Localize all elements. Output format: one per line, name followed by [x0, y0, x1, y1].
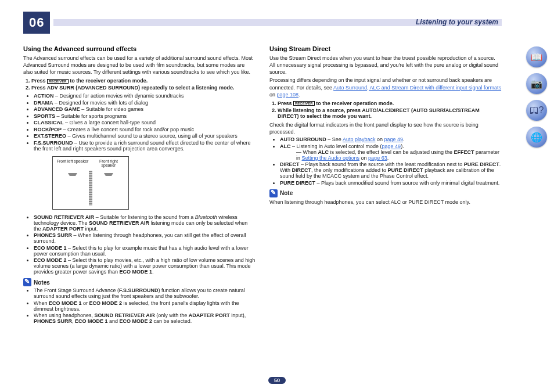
list-item: AUTO SURROUND – See Auto playback on pag… — [280, 136, 502, 142]
chapter-number: 06 — [23, 12, 50, 34]
list-item: DRAMA – Designed for movies with lots of… — [34, 100, 256, 106]
list-item: SOUND RETRIEVER AIR – Suitable for liste… — [34, 214, 256, 232]
list-item: PURE DIRECT – Plays back unmodified soun… — [280, 180, 502, 186]
header-bar: Listening to your system — [53, 19, 502, 26]
link-page-63[interactable]: page 63 — [368, 155, 387, 161]
right-p1: Use the Stream Direct modes when you wan… — [269, 55, 502, 75]
page-number: 50 — [268, 377, 286, 384]
right-heading: Using Stream Direct — [269, 45, 502, 52]
link-auto-playback[interactable]: Auto playback — [343, 136, 376, 142]
list-item: ALC – Listening in Auto level control mo… — [280, 143, 502, 161]
notes-list: The Front Stage Surround Advance (F.S.SU… — [34, 287, 256, 324]
left-column: Using the Advanced surround effects The … — [23, 41, 256, 325]
list-item: The Front Stage Surround Advance (F.S.SU… — [34, 287, 256, 299]
list-item: ROCK/POP – Creates a live concert sound … — [34, 127, 256, 132]
list-item: F.S.SURROUND – Use to provide a rich sur… — [34, 140, 256, 152]
mode-list-2: SOUND RETRIEVER AIR – Suitable for liste… — [34, 214, 256, 275]
receiver-button-label: RECEIVER — [293, 101, 315, 106]
list-item: DIRECT – Plays back sound from the sourc… — [280, 161, 502, 179]
note-icon — [269, 189, 278, 197]
left-step-1: Press RECEIVER to the receiver operation… — [31, 78, 256, 84]
mode-list: ACTION – Designed for action movies with… — [34, 93, 256, 152]
speaker-diagram: Front left speaker Front right speaker — [52, 156, 129, 210]
page-header: 06 Listening to your system — [23, 12, 502, 34]
notes-header: Notes — [23, 278, 256, 286]
right-p3: Check the digital format indicators in t… — [269, 121, 502, 135]
sidebar-nav: 📖 📷 🕮? 🌐 — [526, 46, 547, 148]
list-item: CLASSICAL – Gives a large concert hall-t… — [34, 120, 256, 125]
book-icon[interactable]: 📖 — [526, 46, 547, 67]
right-list: AUTO SURROUND – See Auto playback on pag… — [280, 136, 502, 186]
device-icon[interactable]: 📷 — [526, 73, 547, 94]
left-step-2: Press ADV SURR (ADVANCED SURROUND) repea… — [31, 85, 256, 91]
list-item: When using headphones, SOUND RETRIEVER A… — [34, 312, 256, 324]
note-header: Note — [269, 189, 502, 197]
list-item: ADVANCED GAME – Suitable for video games — [34, 106, 256, 112]
link-page-49b[interactable]: page 49 — [382, 143, 401, 149]
right-note: When listening through headphones, you c… — [269, 199, 502, 206]
header-title: Listening to your system — [416, 18, 498, 26]
receiver-button-label: RECEIVER — [47, 79, 69, 84]
right-step-2: While listening to a source, press AUTO/… — [278, 107, 502, 119]
right-column: Using Stream Direct Use the Stream Direc… — [269, 41, 502, 325]
list-item: ACTION – Designed for action movies with… — [34, 93, 256, 99]
list-item: SPORTS – Suitable for sports programs — [34, 113, 256, 119]
left-heading: Using the Advanced surround effects — [23, 45, 256, 52]
help-icon[interactable]: 🕮? — [526, 100, 547, 121]
network-icon[interactable]: 🌐 — [526, 127, 547, 148]
list-item: ECO MODE 2 – Select this to play movies,… — [34, 257, 256, 275]
alc-subitem: — When ALC is selected, the effect level… — [296, 149, 502, 161]
list-item: EXT.STEREO – Gives multichannel sound to… — [34, 133, 256, 139]
link-signal-formats[interactable]: Auto Surround, ALC and Stream Direct wit… — [333, 85, 501, 91]
link-page-49a[interactable]: page 49 — [384, 136, 403, 142]
right-p2: Processing differs depending on the inpu… — [269, 77, 502, 98]
note-icon — [23, 278, 31, 286]
right-step-1: Press RECEIVER to the receiver operation… — [278, 100, 502, 106]
link-audio-options[interactable]: Setting the Audio options — [302, 155, 360, 161]
left-intro: The Advanced surround effects can be use… — [23, 55, 256, 75]
list-item: PHONES SURR – When listening through hea… — [34, 232, 256, 244]
list-item: ECO MODE 1 – Select this to play for exa… — [34, 245, 256, 257]
list-item: When ECO MODE 1 or ECO MODE 2 is selecte… — [34, 300, 256, 312]
link-page-108[interactable]: page 108 — [277, 92, 299, 98]
